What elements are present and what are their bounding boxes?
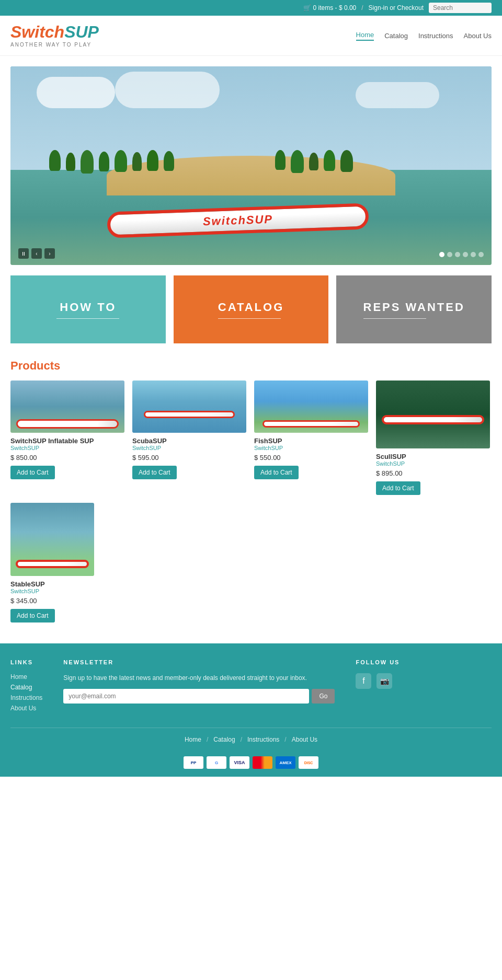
- footer-links-col: LINKS Home Catalog Instructions About Us: [10, 659, 42, 712]
- instagram-glyph: 📷: [380, 677, 389, 685]
- facebook-icon[interactable]: f: [356, 673, 371, 689]
- payment-visa: VISA: [230, 756, 249, 769]
- product-card-4: StableSUP SwitchSUP $ 345.00 Add to Cart: [10, 503, 124, 622]
- product-image-1: [132, 381, 246, 433]
- cart-text: 0 items - $ 0.00: [313, 4, 357, 11]
- cart-info[interactable]: 🛒 0 items - $ 0.00: [303, 4, 357, 11]
- cloud3: [356, 82, 439, 108]
- hero-dot-4[interactable]: [471, 252, 476, 257]
- instagram-icon[interactable]: 📷: [376, 673, 392, 689]
- hero-dot-3[interactable]: [463, 252, 468, 257]
- payment-gpay: G: [207, 756, 226, 769]
- footer-link-catalog[interactable]: Catalog: [10, 684, 42, 691]
- footer-links-heading: LINKS: [10, 659, 42, 665]
- product-price-1: $ 595.00: [132, 454, 246, 462]
- payment-discover: DISC: [299, 756, 318, 769]
- hero-trees: [49, 150, 174, 174]
- product-card-1: ScubaSUP SwitchSUP $ 595.00 Add to Cart: [132, 381, 246, 495]
- sep3: /: [284, 736, 286, 743]
- payment-paypal: PP: [184, 756, 203, 769]
- footer-social-col: FOLLOW US f 📷: [356, 659, 492, 712]
- hero-prev-btn[interactable]: ‹: [31, 248, 42, 259]
- product-brand-1: SwitchSUP: [132, 445, 246, 451]
- product-image-4: [10, 503, 94, 576]
- add-to-cart-4[interactable]: Add to Cart: [10, 609, 55, 622]
- footer-newsletter-col: NEWSLETTER Sign up to have the latest ne…: [63, 659, 335, 712]
- hero-dot-0[interactable]: [439, 252, 444, 257]
- footer-bottom-nav: Home / Catalog / Instructions / About Us: [10, 728, 492, 751]
- product-name-0: SwitchSUP Inflatable SUP: [10, 437, 124, 445]
- payment-mc: MC: [253, 756, 272, 769]
- cloud2: [115, 72, 220, 108]
- footer-link-about[interactable]: About Us: [10, 705, 42, 712]
- footer-bottom-home[interactable]: Home: [185, 736, 201, 743]
- category-howto-label: HOW TO: [56, 301, 119, 319]
- product-card-0: SwitchSUP Inflatable SUP SwitchSUP $ 850…: [10, 381, 124, 495]
- category-catalog[interactable]: CATALOG: [174, 275, 329, 343]
- footer-social-heading: FOLLOW US: [356, 659, 492, 665]
- hero-dot-2[interactable]: [455, 252, 460, 257]
- products-title: Products: [10, 359, 492, 373]
- hero-pause-btn[interactable]: ⏸: [18, 248, 29, 259]
- footer-newsletter-btn[interactable]: Go: [312, 689, 335, 704]
- logo-text: SwitchSUP: [10, 24, 99, 40]
- footer-bottom-instructions[interactable]: Instructions: [247, 736, 279, 743]
- product-card-3: ScullSUP SwitchSUP $ 895.00 Add to Cart: [376, 381, 490, 495]
- nav-about[interactable]: About Us: [464, 32, 492, 40]
- auth-link[interactable]: Sign-in or Checkout: [369, 4, 424, 11]
- footer-link-instructions[interactable]: Instructions: [10, 694, 42, 701]
- social-icons: f 📷: [356, 673, 492, 689]
- footer-bottom-catalog[interactable]: Catalog: [213, 736, 235, 743]
- add-to-cart-1[interactable]: Add to Cart: [132, 466, 177, 479]
- product-name-3: ScullSUP: [376, 453, 490, 460]
- footer-links-list: Home Catalog Instructions About Us: [10, 673, 42, 712]
- sep1: /: [207, 736, 208, 743]
- add-to-cart-0[interactable]: Add to Cart: [10, 466, 55, 479]
- footer-newsletter-text: Sign up to have the latest news and memb…: [63, 673, 335, 683]
- search-input[interactable]: [429, 3, 492, 13]
- hero-controls: ⏸ ‹ ›: [18, 248, 55, 259]
- cloud1: [37, 77, 115, 108]
- products-section: Products SwitchSUP Inflatable SUP Switch…: [0, 354, 502, 633]
- footer-link-home[interactable]: Home: [10, 673, 42, 681]
- product-name-2: FishSUP: [254, 437, 368, 445]
- sep2: /: [241, 736, 242, 743]
- hero-next-btn[interactable]: ›: [44, 248, 55, 259]
- nav-instructions[interactable]: Instructions: [418, 32, 453, 40]
- hero-banner: SwitchSUP ⏸ ‹ ›: [10, 66, 492, 265]
- footer: LINKS Home Catalog Instructions About Us…: [0, 643, 502, 777]
- category-reps[interactable]: REPS WANTED: [336, 275, 492, 343]
- product-brand-3: SwitchSUP: [376, 460, 490, 467]
- footer-top: LINKS Home Catalog Instructions About Us…: [10, 659, 492, 712]
- category-reps-label: REPS WANTED: [363, 301, 465, 319]
- search-form: [429, 3, 492, 13]
- hero-board-text: SwitchSUP: [203, 213, 273, 229]
- product-price-4: $ 345.00: [10, 597, 124, 605]
- logo-sup: SUP: [64, 22, 99, 41]
- product-image-0: [10, 381, 124, 433]
- product-image-3: [376, 381, 490, 448]
- logo-switch: Switch: [10, 22, 64, 41]
- hero-image: SwitchSUP: [10, 66, 492, 265]
- hero-dot-5[interactable]: [478, 252, 484, 257]
- logo[interactable]: SwitchSUP ANOTHER WAY TO PLAY: [10, 24, 99, 48]
- payment-amex: AMEX: [276, 756, 295, 769]
- separator: /: [361, 4, 363, 11]
- footer-bottom-about[interactable]: About Us: [292, 736, 317, 743]
- product-brand-0: SwitchSUP: [10, 445, 124, 451]
- hero-dot-1[interactable]: [447, 252, 452, 257]
- product-brand-2: SwitchSUP: [254, 445, 368, 451]
- product-price-0: $ 850.00: [10, 454, 124, 462]
- nav-catalog[interactable]: Catalog: [384, 32, 408, 40]
- cart-icon: 🛒: [303, 4, 311, 11]
- category-howto[interactable]: HOW TO: [10, 275, 166, 343]
- add-to-cart-2[interactable]: Add to Cart: [254, 466, 299, 479]
- nav-home[interactable]: Home: [356, 31, 374, 41]
- add-to-cart-3[interactable]: Add to Cart: [376, 481, 420, 495]
- product-name-1: ScubaSUP: [132, 437, 246, 445]
- footer-newsletter-heading: NEWSLETTER: [63, 659, 335, 665]
- product-brand-4: SwitchSUP: [10, 588, 124, 594]
- products-grid: SwitchSUP Inflatable SUP SwitchSUP $ 850…: [10, 381, 492, 622]
- footer-newsletter-form: Go: [63, 689, 335, 704]
- footer-email-input[interactable]: [63, 689, 309, 704]
